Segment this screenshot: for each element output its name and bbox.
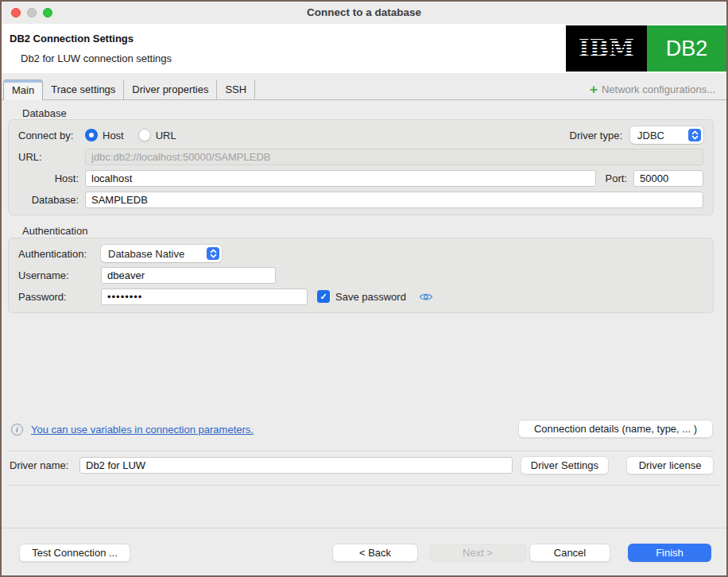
tab-driver-properties[interactable]: Driver properties bbox=[124, 79, 217, 99]
database-group-label: Database bbox=[22, 107, 67, 119]
plus-icon: + bbox=[590, 83, 598, 96]
divider bbox=[2, 528, 726, 529]
ibm-logo: IBM bbox=[566, 25, 647, 72]
tab-ssh[interactable]: SSH bbox=[217, 79, 255, 99]
window-title: Connect to a database bbox=[2, 6, 726, 18]
authentication-row: Authentication: Database Native bbox=[18, 245, 703, 262]
tab-driver-properties-label: Driver properties bbox=[132, 83, 208, 95]
username-row: Username: dbeaver bbox=[18, 266, 703, 284]
driver-license-button[interactable]: Driver license bbox=[626, 456, 714, 474]
test-connection-button[interactable]: Test Connection ... bbox=[19, 544, 130, 562]
connection-details-button[interactable]: Connection details (name, type, ... ) bbox=[518, 420, 713, 438]
connect-dialog-window: Connect to a database DB2 Connection Set… bbox=[0, 0, 728, 577]
password-row: Password: •••••••• ✓ Save password bbox=[18, 288, 703, 305]
divider bbox=[8, 451, 714, 451]
tab-ssh-label: SSH bbox=[225, 83, 246, 95]
authentication-value: Database Native bbox=[108, 248, 184, 260]
username-label: Username: bbox=[18, 269, 101, 281]
username-input[interactable]: dbeaver bbox=[101, 267, 276, 284]
authentication-group-label: Authentication bbox=[22, 225, 87, 237]
authentication-group: Authentication: Database Native Username… bbox=[8, 238, 714, 313]
driver-type-value: JDBC bbox=[637, 130, 664, 141]
save-password-checkbox[interactable]: ✓ bbox=[317, 290, 330, 303]
database-label: Database: bbox=[18, 194, 85, 206]
database-group: Connect by: Host URL Driver type: JDBC U… bbox=[8, 119, 714, 215]
host-input[interactable]: localhost bbox=[85, 170, 596, 187]
driver-type-label: Driver type: bbox=[570, 130, 622, 141]
tab-main-label: Main bbox=[12, 84, 34, 96]
ibm-db2-logo: IBM DB2 bbox=[566, 25, 726, 72]
connect-by-row: Connect by: Host URL Driver type: JDBC bbox=[18, 126, 703, 144]
url-radio-label: URL bbox=[156, 130, 176, 141]
stepper-icon bbox=[207, 247, 219, 260]
driver-name-label: Driver name: bbox=[10, 459, 72, 471]
cancel-button[interactable]: Cancel bbox=[529, 544, 610, 562]
titlebar: Connect to a database bbox=[2, 2, 726, 24]
stepper-icon bbox=[688, 129, 701, 141]
host-label: Host: bbox=[18, 172, 85, 184]
driver-type-select[interactable]: JDBC bbox=[630, 126, 703, 144]
tab-bar: Main Trace settings Driver properties SS… bbox=[2, 79, 726, 100]
port-input[interactable]: 50000 bbox=[633, 170, 703, 187]
tab-trace-settings-label: Trace settings bbox=[51, 83, 115, 95]
url-input: jdbc:db2://localhost:50000/SAMPLEDB bbox=[85, 149, 703, 165]
save-password-label: Save password bbox=[335, 291, 406, 303]
url-row: URL: jdbc:db2://localhost:50000/SAMPLEDB bbox=[18, 148, 703, 165]
driver-settings-button[interactable]: Driver Settings bbox=[521, 456, 609, 474]
database-input[interactable]: SAMPLEDB bbox=[85, 192, 703, 208]
host-radio-label: Host bbox=[103, 130, 124, 141]
info-icon: i bbox=[11, 424, 23, 436]
port-label: Port: bbox=[606, 172, 627, 184]
host-row: Host: localhost Port: 50000 bbox=[18, 169, 703, 187]
url-radio[interactable] bbox=[138, 129, 151, 141]
tab-trace-settings[interactable]: Trace settings bbox=[43, 79, 124, 99]
password-input[interactable]: •••••••• bbox=[101, 288, 308, 305]
page-title: DB2 Connection Settings bbox=[10, 33, 134, 45]
next-button: Next > bbox=[429, 544, 526, 562]
ibm-logo-text: IBM bbox=[579, 37, 634, 60]
database-row: Database: SAMPLEDB bbox=[18, 191, 703, 208]
tab-main[interactable]: Main bbox=[3, 79, 43, 100]
url-label: URL: bbox=[18, 151, 85, 163]
driver-name-row: Driver name: Db2 for LUW Driver Settings… bbox=[10, 456, 714, 474]
db2-logo: DB2 bbox=[647, 25, 726, 72]
show-password-eye-icon[interactable] bbox=[419, 292, 433, 302]
page-subtitle: Db2 for LUW connection settings bbox=[21, 52, 172, 64]
password-label: Password: bbox=[18, 291, 101, 303]
divider bbox=[8, 485, 720, 486]
host-radio[interactable] bbox=[85, 129, 98, 141]
network-configurations-label: Network configurations... bbox=[602, 83, 715, 95]
dialog-header: DB2 Connection Settings Db2 for LUW conn… bbox=[2, 24, 726, 73]
authentication-label: Authentication: bbox=[18, 248, 101, 260]
main-panel: Database Connect by: Host URL Driver typ… bbox=[2, 100, 726, 575]
variables-hint-row: i You can use variables in connection pa… bbox=[11, 420, 254, 439]
driver-name-input[interactable]: Db2 for LUW bbox=[79, 457, 513, 474]
authentication-select[interactable]: Database Native bbox=[101, 245, 222, 262]
variables-link[interactable]: You can use variables in connection para… bbox=[31, 424, 254, 436]
connect-by-label: Connect by: bbox=[18, 130, 85, 141]
network-configurations-link[interactable]: + Network configurations... bbox=[590, 83, 715, 96]
finish-button[interactable]: Finish bbox=[628, 544, 711, 562]
back-button[interactable]: < Back bbox=[332, 544, 418, 562]
